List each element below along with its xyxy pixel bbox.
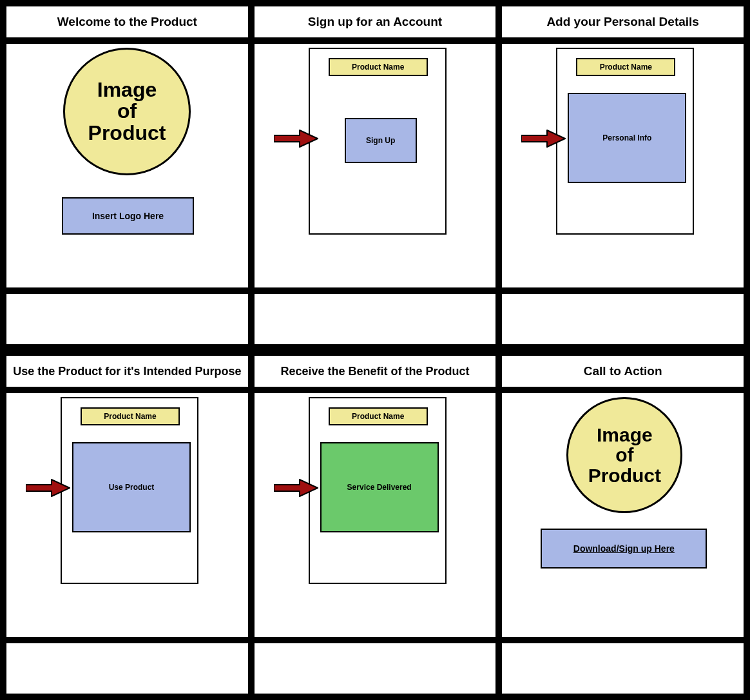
- cell-canvas: Product Name Sign Up: [255, 44, 496, 287]
- product-name-label: Product Name: [104, 412, 156, 421]
- cell-signup: Sign up for an Account Product Name Sign…: [255, 6, 496, 344]
- arrow-right-icon: [521, 129, 566, 148]
- use-product-box[interactable]: Use Product: [72, 442, 191, 532]
- cell-title: Call to Action: [502, 356, 744, 387]
- personal-info-box[interactable]: Personal Info: [568, 93, 686, 183]
- storyboard-grid: Welcome to the Product ImageofProduct In…: [0, 0, 750, 700]
- insert-logo-button[interactable]: Insert Logo Here: [62, 197, 194, 235]
- arrow-right-icon: [26, 478, 71, 498]
- cell-footer: [502, 294, 744, 344]
- cell-use-product: Use the Product for it's Intended Purpos…: [6, 356, 248, 694]
- cta-label: Download/Sign up Here: [573, 543, 675, 554]
- cell-footer: [255, 294, 496, 344]
- action-label: Service Delivered: [347, 483, 412, 492]
- signup-button[interactable]: Sign Up: [345, 118, 417, 163]
- cell-personal-details: Add your Personal Details Product Name P…: [502, 6, 744, 344]
- action-label: Personal Info: [602, 133, 651, 142]
- product-name-bar: Product Name: [329, 407, 428, 425]
- arrow-right-icon: [274, 129, 319, 148]
- logo-label: Insert Logo Here: [92, 211, 164, 221]
- cell-title: Sign up for an Account: [255, 6, 496, 37]
- cell-footer: [6, 294, 248, 344]
- product-name-bar: Product Name: [576, 58, 675, 76]
- svg-marker-3: [274, 480, 318, 496]
- product-name-bar: Product Name: [329, 58, 428, 76]
- cell-canvas: ImageofProduct Download/Sign up Here: [502, 393, 744, 637]
- cell-title: Welcome to the Product: [6, 6, 248, 37]
- cell-canvas: Product Name Personal Info: [502, 44, 744, 287]
- cell-canvas: Product Name Use Product: [6, 393, 248, 637]
- circle-label: ImageofProduct: [588, 425, 661, 486]
- cell-cta: Call to Action ImageofProduct Download/S…: [502, 356, 744, 694]
- cell-title: Use the Product for it's Intended Purpos…: [6, 356, 248, 387]
- cta-button[interactable]: Download/Sign up Here: [541, 529, 707, 569]
- arrow-right-icon: [274, 478, 319, 498]
- product-name-label: Product Name: [352, 63, 404, 72]
- product-image-circle: ImageofProduct: [63, 48, 191, 175]
- cell-footer: [6, 643, 248, 694]
- svg-marker-0: [274, 130, 318, 147]
- cell-footer: [502, 643, 744, 694]
- svg-marker-2: [26, 480, 70, 496]
- cell-canvas: Product Name Service Delivered: [255, 393, 496, 637]
- action-label: Use Product: [109, 483, 155, 492]
- product-name-label: Product Name: [352, 412, 404, 421]
- cell-title: Add your Personal Details: [502, 6, 744, 37]
- cell-footer: [255, 643, 496, 694]
- circle-label: ImageofProduct: [88, 79, 166, 144]
- svg-marker-1: [521, 130, 565, 147]
- cell-welcome: Welcome to the Product ImageofProduct In…: [6, 6, 248, 344]
- product-name-label: Product Name: [600, 63, 652, 72]
- action-label: Sign Up: [366, 136, 395, 145]
- product-name-bar: Product Name: [81, 407, 180, 425]
- product-image-circle: ImageofProduct: [566, 397, 682, 513]
- cell-title: Receive the Benefit of the Product: [255, 356, 496, 387]
- service-delivered-box: Service Delivered: [320, 442, 439, 532]
- cell-canvas: ImageofProduct Insert Logo Here: [6, 44, 248, 287]
- cell-benefit: Receive the Benefit of the Product Produ…: [255, 356, 496, 694]
